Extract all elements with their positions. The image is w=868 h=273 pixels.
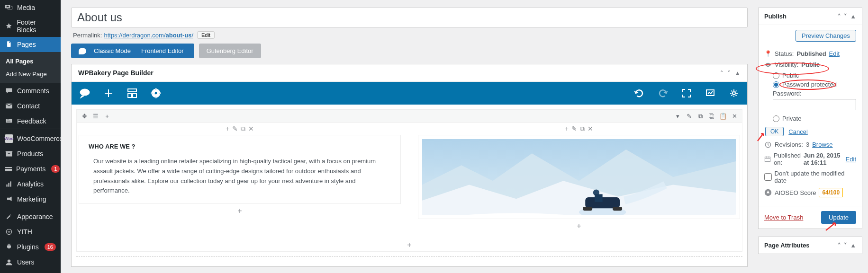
wpb-row: ✥ ☰ + ▾ ✎ ⧉ ⿻ 📋 ✕ + xyxy=(76,109,742,252)
pin-icon: 📍 xyxy=(764,50,772,57)
sidebar-item-comments[interactable]: Comments xyxy=(0,83,61,98)
sidebar-item-products[interactable]: Products xyxy=(0,146,61,161)
svg-point-13 xyxy=(8,259,10,262)
dont-update-checkbox[interactable] xyxy=(764,173,772,181)
user-icon xyxy=(5,258,13,266)
radio-private[interactable]: Private xyxy=(773,115,856,122)
sidebar-item-feedback[interactable]: Feedback xyxy=(0,114,61,129)
sidebar-label: Products xyxy=(17,150,43,158)
chevron-down-icon[interactable]: ˅ xyxy=(844,242,847,249)
copy-icon[interactable]: ⧉ xyxy=(696,112,705,121)
paste-icon[interactable]: 📋 xyxy=(718,112,728,121)
drag-handle-icon[interactable]: ✥ xyxy=(80,112,89,121)
password-input[interactable] xyxy=(773,99,856,110)
radio-protected[interactable]: Password protected xyxy=(773,81,856,88)
sidebar-item-woocommerce[interactable]: Woo WooCommerce xyxy=(0,131,61,146)
toggle-icon[interactable]: ▾ xyxy=(673,112,682,121)
col-edit-icon[interactable]: ✎ xyxy=(232,125,238,133)
caret-up-icon[interactable]: ▲ xyxy=(850,13,856,20)
text-block[interactable]: WHO ARE WE ? Our website is a leading on… xyxy=(79,135,401,204)
radio-public[interactable]: Public xyxy=(773,72,856,79)
update-button[interactable]: Update xyxy=(821,211,856,224)
sidebar-item-plugins[interactable]: Plugins 16 xyxy=(0,239,61,255)
add-icon[interactable]: + xyxy=(102,112,112,121)
chevron-down-icon[interactable]: ˅ xyxy=(844,13,847,20)
col-copy-icon[interactable]: ⧉ xyxy=(580,125,585,133)
fullscreen-icon[interactable] xyxy=(680,87,693,100)
caret-up-icon[interactable]: ▲ xyxy=(850,242,856,249)
sidebar-label: Analytics xyxy=(17,180,44,188)
wpb-column-2: + ✎ ⧉ ✕ xyxy=(418,123,740,233)
delete-icon[interactable]: ✕ xyxy=(730,112,739,121)
columns-icon[interactable]: ☰ xyxy=(91,112,100,121)
col-add-icon[interactable]: + xyxy=(565,125,569,133)
page-title-input[interactable] xyxy=(71,8,748,27)
edit-icon[interactable]: ✎ xyxy=(684,112,694,121)
brush-icon xyxy=(5,212,13,221)
sidebar-item-footer-blocks[interactable]: Footer Blocks xyxy=(0,15,61,37)
radio-private-input[interactable] xyxy=(773,115,779,122)
sidebar-item-marketing[interactable]: Marketing xyxy=(0,192,61,207)
radio-public-input[interactable] xyxy=(773,72,779,79)
sidebar-item-users[interactable]: Users xyxy=(0,255,61,270)
col-add-button[interactable]: + xyxy=(79,204,401,218)
chevron-up-icon[interactable]: ˄ xyxy=(838,13,841,20)
sidebar-item-analytics[interactable]: Analytics xyxy=(0,176,61,192)
chevron-up-icon[interactable]: ˄ xyxy=(720,70,723,77)
cancel-link[interactable]: Cancel xyxy=(788,128,807,135)
revisions-count: 3 xyxy=(806,141,809,148)
clone-icon[interactable]: ⿻ xyxy=(707,112,716,121)
wpb-toolbar xyxy=(72,82,747,105)
ok-button[interactable]: OK xyxy=(765,127,784,136)
wpbakery-metabox: WPBakery Page Builder ˄ ˅ ▲ xyxy=(71,64,748,267)
template-icon[interactable] xyxy=(126,87,139,100)
editor-tabs: Classic Mode Frontend Editor Gutenberg E… xyxy=(71,44,748,58)
undo-icon[interactable] xyxy=(633,87,646,100)
presentation-icon[interactable] xyxy=(704,87,717,100)
status-edit-link[interactable]: Edit xyxy=(829,50,840,57)
password-label: Password: xyxy=(773,90,856,97)
sidebar-sub-add-new-page[interactable]: Add New Page xyxy=(0,68,61,80)
gear-icon[interactable] xyxy=(149,87,163,100)
chevron-down-icon[interactable]: ˅ xyxy=(727,70,731,77)
sidebar-item-contact[interactable]: Contact xyxy=(0,98,61,114)
radio-protected-input[interactable] xyxy=(773,81,779,88)
image-block[interactable] xyxy=(418,135,740,219)
sidebar-label: Payments xyxy=(16,165,45,173)
add-element-icon[interactable] xyxy=(102,87,115,100)
settings-icon[interactable] xyxy=(727,87,741,100)
col-delete-icon[interactable]: ✕ xyxy=(248,125,254,133)
svg-rect-8 xyxy=(5,168,12,169)
sidebar-item-yith[interactable]: YITH xyxy=(0,224,61,239)
col-add-icon[interactable]: + xyxy=(226,125,229,133)
col-copy-icon[interactable]: ⧉ xyxy=(241,125,245,133)
redo-icon[interactable] xyxy=(656,87,669,100)
wpbakery-header: WPBakery Page Builder ˄ ˅ ▲ xyxy=(72,64,747,82)
dont-update-checkbox-row[interactable]: Don't update the modified date xyxy=(764,170,856,184)
col-delete-icon[interactable]: ✕ xyxy=(588,125,593,133)
caret-up-icon[interactable]: ▲ xyxy=(734,70,741,77)
wpb-logo-icon[interactable] xyxy=(78,87,91,100)
gutenberg-button[interactable]: Gutenberg Editor xyxy=(199,44,261,58)
page-icon xyxy=(5,40,13,49)
permalink-edit-button[interactable]: Edit xyxy=(197,31,215,39)
sidebar-sub-all-pages[interactable]: All Pages xyxy=(0,55,61,68)
sidebar-label: Appearance xyxy=(17,213,53,220)
sidebar-item-appearance[interactable]: Appearance xyxy=(0,209,61,224)
col-edit-icon[interactable]: ✎ xyxy=(571,125,577,133)
published-edit-link[interactable]: Edit xyxy=(846,156,856,163)
move-to-trash-link[interactable]: Move to Trash xyxy=(764,214,803,221)
sidebar-item-payments[interactable]: Payments 1 xyxy=(0,161,61,176)
row-add-button[interactable]: + xyxy=(77,239,742,251)
sidebar-label: Marketing xyxy=(17,195,46,203)
svg-rect-7 xyxy=(5,167,12,171)
sidebar-item-pages[interactable]: Pages xyxy=(0,37,61,52)
permalink-link[interactable]: https://derdragon.com/about-us/ xyxy=(104,32,193,39)
chevron-up-icon[interactable]: ˄ xyxy=(838,242,841,249)
classic-mode-button[interactable]: Classic Mode Frontend Editor xyxy=(71,44,194,58)
sidebar-label: Media xyxy=(17,4,35,11)
sidebar-item-media[interactable]: Media xyxy=(0,0,61,15)
col-add-button[interactable]: + xyxy=(418,219,740,233)
revisions-browse-link[interactable]: Browse xyxy=(812,141,832,148)
preview-changes-button[interactable]: Preview Changes xyxy=(796,30,856,42)
